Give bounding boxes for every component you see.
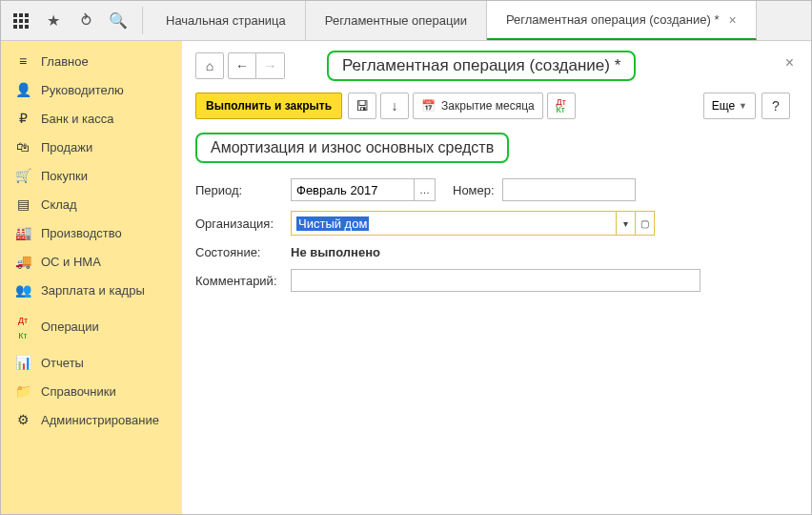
sidebar-item-label: Отчеты [41, 356, 84, 370]
tab-scheduled-op-create[interactable]: Регламентная операция (создание) * × [487, 1, 757, 40]
help-button[interactable]: ? [761, 93, 790, 119]
cart-icon: 🛒 [14, 168, 31, 183]
menu-icon: ≡ [14, 53, 31, 69]
forward-button[interactable]: → [256, 52, 285, 79]
execute-close-button[interactable]: Выполнить и закрыть [195, 93, 342, 119]
org-row: Организация: Чистый дом ▾ ▢ [195, 211, 794, 236]
state-value: Не выполнено [291, 245, 380, 259]
down-button[interactable]: ↓ [380, 93, 409, 119]
number-label: Номер: [453, 183, 495, 197]
more-button[interactable]: Еще ▼ [703, 93, 756, 119]
chart-icon: 📊 [14, 355, 31, 370]
sidebar-item-label: Администрирование [41, 413, 159, 427]
home-button[interactable]: ⌂ [195, 52, 224, 79]
org-input[interactable]: Чистый дом [292, 212, 616, 235]
sidebar-item-label: Производство [41, 226, 122, 240]
sidebar-item-manager[interactable]: 👤Руководителю [1, 75, 182, 104]
calendar-icon: 📅 [421, 99, 436, 113]
content: × ⌂ ← → Регламентная операция (создание)… [182, 41, 811, 515]
close-month-label: Закрытие месяца [441, 99, 535, 113]
state-label: Состояние: [195, 245, 291, 259]
comment-input[interactable] [291, 269, 700, 292]
page-title: Регламентная операция (создание) * [327, 51, 636, 81]
tab-strip: Начальная страница Регламентные операции… [147, 1, 811, 40]
more-label: Еще [712, 99, 735, 113]
chevron-down-icon: ▼ [739, 101, 747, 111]
period-label: Период: [195, 183, 291, 197]
tab-label: Начальная страница [166, 13, 286, 28]
sidebar-item-os-nma[interactable]: 🚚ОС и НМА [1, 247, 182, 276]
bank-icon: ₽ [14, 111, 31, 126]
gear-icon: ⚙ [14, 412, 31, 427]
production-icon: 🏭 [14, 225, 31, 240]
topbar: ★ ⥁ 🔍 Начальная страница Регламентные оп… [1, 1, 811, 41]
state-row: Состояние: Не выполнено [195, 245, 794, 259]
number-input[interactable] [502, 178, 636, 201]
header-row: ⌂ ← → Регламентная операция (создание) * [195, 51, 794, 81]
sidebar-item-operations[interactable]: ДтКтОперации [1, 304, 182, 348]
sidebar-item-label: Операции [41, 319, 99, 334]
operation-subtitle: Амортизация и износ основных средств [195, 133, 509, 163]
topbar-icon-group: ★ ⥁ 🔍 [1, 1, 138, 40]
truck-icon: 🚚 [14, 254, 31, 269]
sales-icon: 🛍 [14, 139, 31, 154]
org-label: Организация: [195, 216, 291, 231]
dtkt-button[interactable]: ДтКт [547, 93, 576, 119]
sidebar-item-bank[interactable]: ₽Банк и касса [1, 104, 182, 133]
sidebar-item-warehouse[interactable]: ▤Склад [1, 190, 182, 218]
toolbar: Выполнить и закрыть 🖫 ↓ 📅 Закрытие месяц… [195, 93, 794, 119]
sidebar-item-main[interactable]: ≡Главное [1, 47, 182, 75]
nav-buttons: ← → [228, 52, 289, 79]
search-icon[interactable]: 🔍 [104, 7, 132, 35]
apps-icon[interactable] [7, 7, 35, 35]
sidebar-item-label: Главное [41, 54, 89, 69]
sidebar-item-label: Продажи [41, 140, 92, 154]
period-input[interactable] [291, 178, 415, 201]
sidebar-item-purchases[interactable]: 🛒Покупки [1, 161, 182, 190]
topbar-separator [142, 7, 143, 34]
tab-label: Регламентная операция (создание) * [506, 12, 720, 27]
sidebar-item-label: Покупки [41, 169, 88, 183]
sidebar-item-reports[interactable]: 📊Отчеты [1, 348, 182, 377]
folder-icon: 📁 [14, 383, 31, 399]
period-picker-button[interactable]: … [415, 178, 436, 201]
dtkt-icon: ДтКт [14, 311, 31, 341]
org-field[interactable]: Чистый дом ▾ ▢ [291, 211, 655, 236]
sidebar-item-label: ОС и НМА [41, 255, 101, 269]
sidebar-item-sales[interactable]: 🛍Продажи [1, 133, 182, 161]
star-icon[interactable]: ★ [39, 7, 68, 35]
manager-icon: 👤 [14, 82, 31, 97]
tab-home[interactable]: Начальная страница [147, 1, 306, 40]
sidebar: ≡Главное 👤Руководителю ₽Банк и касса 🛍Пр… [1, 41, 182, 515]
org-open-button[interactable]: ▢ [635, 212, 654, 235]
back-button[interactable]: ← [228, 52, 256, 79]
sidebar-item-label: Руководителю [41, 83, 124, 97]
sidebar-item-salary[interactable]: 👥Зарплата и кадры [1, 276, 182, 304]
people-icon: 👥 [14, 282, 31, 298]
history-icon[interactable]: ⥁ [71, 7, 100, 35]
main-area: ≡Главное 👤Руководителю ₽Банк и касса 🛍Пр… [1, 41, 811, 515]
save-button[interactable]: 🖫 [348, 93, 376, 119]
panel-close-icon[interactable]: × [785, 54, 794, 72]
sidebar-item-label: Банк и касса [41, 112, 114, 126]
tab-scheduled-ops[interactable]: Регламентные операции [306, 1, 487, 40]
warehouse-icon: ▤ [14, 196, 31, 212]
period-row: Период: … Номер: [195, 178, 794, 201]
sidebar-item-label: Справочники [41, 384, 116, 399]
sidebar-item-production[interactable]: 🏭Производство [1, 218, 182, 247]
close-icon[interactable]: × [729, 12, 737, 28]
sidebar-item-label: Склад [41, 197, 77, 212]
sidebar-item-label: Зарплата и кадры [41, 283, 145, 298]
comment-row: Комментарий: [195, 269, 794, 292]
close-month-button[interactable]: 📅 Закрытие месяца [413, 93, 543, 119]
org-value: Чистый дом [296, 216, 369, 231]
org-dropdown-button[interactable]: ▾ [616, 212, 635, 235]
sidebar-item-admin[interactable]: ⚙Администрирование [1, 405, 182, 434]
sidebar-item-references[interactable]: 📁Справочники [1, 377, 182, 405]
tab-label: Регламентные операции [325, 13, 467, 28]
comment-label: Комментарий: [195, 274, 291, 288]
